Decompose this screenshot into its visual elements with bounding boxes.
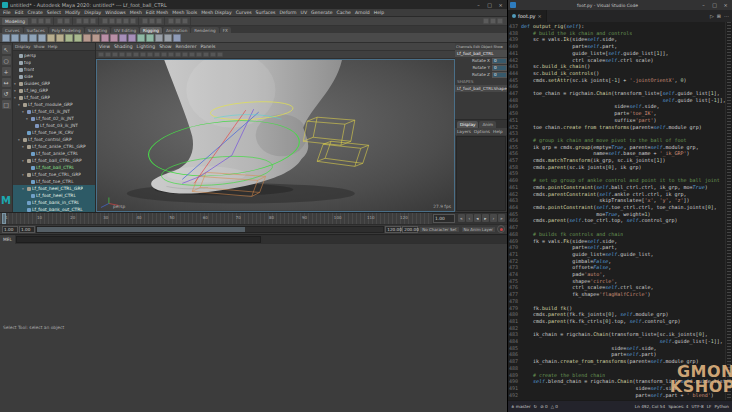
warnings-indicator[interactable]: △ 0 bbox=[551, 404, 558, 409]
outliner-item-lf-foot-ball-ctrl[interactable]: Lf_foot_ball_CTRL bbox=[13, 164, 95, 171]
gate-mask-icon[interactable] bbox=[161, 52, 167, 57]
menu-curves[interactable]: Curves bbox=[236, 10, 252, 15]
code-line[interactable]: 458 cmds.parent(sc.ik_joints[0], ik_grp) bbox=[508, 164, 725, 171]
select-tool-icon[interactable]: ↖ bbox=[2, 45, 11, 54]
outliner-item-lf-foot-ankle-ctrl-grp[interactable]: ▾Lf_foot_ankle_CTRL_GRP bbox=[13, 143, 95, 150]
viewport-menu-shading[interactable]: Shading bbox=[114, 44, 133, 49]
code-line[interactable]: 479 fk.build_fk() bbox=[508, 305, 725, 312]
code-line[interactable]: 485 side=self.side, bbox=[508, 345, 725, 352]
outliner-item-lf-foot-module-grp[interactable]: ▾Lf_foot_module_GRP bbox=[13, 101, 95, 108]
ipr-render-icon[interactable] bbox=[175, 18, 181, 24]
eol[interactable]: LF bbox=[707, 404, 712, 409]
layer-tab-display[interactable]: Display bbox=[457, 121, 478, 128]
wireframe-icon[interactable] bbox=[182, 52, 188, 57]
code-line[interactable]: 440 part=self.part, bbox=[508, 43, 725, 50]
code-line[interactable]: 441 guide_list=[self.guide_list[1]], bbox=[508, 50, 725, 57]
code-line[interactable]: 474 pad='auto', bbox=[508, 271, 725, 278]
code-line[interactable]: 447 toe_chain = rigchain.Chain(transform… bbox=[508, 90, 725, 97]
code-area[interactable]: 437def output_rig(self):438 # build the … bbox=[508, 22, 725, 400]
outliner-item-lf-foot-ball-ctrl-grp[interactable]: ▾Lf_foot_ball_CTRL_GRP bbox=[13, 157, 95, 164]
textured-icon[interactable] bbox=[196, 52, 202, 57]
new-scene-icon[interactable] bbox=[31, 18, 37, 24]
code-line[interactable]: 444 sc.build_ik_controls() bbox=[508, 70, 725, 77]
errors-indicator[interactable]: ⊘ 0 bbox=[540, 404, 548, 409]
bookmarks-icon[interactable] bbox=[119, 52, 125, 57]
vscode-maximize-icon[interactable]: □ bbox=[710, 2, 719, 8]
rotate-tool-icon[interactable]: ↺ bbox=[2, 89, 11, 98]
shadows-icon[interactable] bbox=[210, 52, 216, 57]
render-settings-icon[interactable] bbox=[182, 18, 188, 24]
expand-arrow-icon[interactable]: ▾ bbox=[22, 173, 26, 177]
viewport-menu-renderer[interactable]: Renderer bbox=[176, 44, 197, 49]
channelbox-shape-name[interactable]: Lf_foot_ball_CTRLShape bbox=[455, 85, 507, 92]
expand-arrow-icon[interactable]: ▾ bbox=[22, 110, 26, 114]
open-scene-icon[interactable] bbox=[38, 18, 44, 24]
code-line[interactable]: 461 cmds.pointConstraint(self.ball_ctrl.… bbox=[508, 184, 725, 191]
run-icon[interactable]: ▷ bbox=[710, 13, 714, 19]
undo-icon[interactable] bbox=[57, 18, 63, 24]
channelbox-menu-show[interactable]: Show bbox=[493, 45, 502, 49]
split-editor-icon[interactable]: ⊞ bbox=[717, 13, 721, 19]
code-line[interactable]: 442 ctrl_scale=self.ctrl_scale) bbox=[508, 57, 725, 64]
snap-grid-icon[interactable] bbox=[102, 18, 108, 24]
expand-arrow-icon[interactable]: ▾ bbox=[22, 187, 26, 191]
vscode-minimize-icon[interactable]: – bbox=[699, 2, 708, 8]
go-to-start-button[interactable]: « bbox=[458, 214, 465, 222]
channel-box-toggle-icon[interactable] bbox=[497, 18, 503, 24]
next-key-button[interactable]: › bbox=[490, 214, 497, 222]
code-line[interactable]: 462 cmds.parentConstraint(self.ankle_ctr… bbox=[508, 191, 725, 198]
measure-icon[interactable] bbox=[164, 34, 172, 42]
channelbox-node-name[interactable]: Lf_foot_ball_CTRL bbox=[455, 50, 507, 57]
locator-icon[interactable] bbox=[155, 34, 163, 42]
code-line[interactable]: 468 # builds fk controls and chain bbox=[508, 231, 725, 238]
smooth-shade-icon[interactable] bbox=[189, 52, 195, 57]
code-line[interactable]: 448 self.guide_list[-1]], bbox=[508, 97, 725, 104]
menu-help[interactable]: Help bbox=[374, 10, 384, 15]
code-line[interactable]: 481 cmds.parent(fk.fk_ctrls[0].top, self… bbox=[508, 318, 725, 325]
attribute-editor-toggle-icon[interactable] bbox=[483, 18, 489, 24]
scale-tool-icon[interactable]: □ bbox=[2, 100, 11, 109]
outliner-item-side[interactable]: side bbox=[13, 73, 95, 80]
menu-edit[interactable]: Edit bbox=[15, 10, 24, 15]
code-line[interactable]: 472 gimbal=False, bbox=[508, 258, 725, 265]
ao-icon[interactable] bbox=[217, 52, 223, 57]
make-live-icon[interactable] bbox=[130, 18, 136, 24]
outliner-menu-help[interactable]: Help bbox=[48, 44, 58, 49]
viewport-canvas[interactable]: persp 27.9 fps bbox=[96, 59, 455, 212]
menu-mesh[interactable]: Mesh bbox=[130, 10, 142, 15]
menu-uv[interactable]: UV bbox=[301, 10, 308, 15]
code-line[interactable]: 477 fk_shape='flagHalfCircle') bbox=[508, 291, 725, 298]
menu-deform[interactable]: Deform bbox=[280, 10, 297, 15]
viewport-menu-lighting[interactable]: Lighting bbox=[137, 44, 156, 49]
auto-key-toggle[interactable] bbox=[497, 225, 505, 233]
sync-icon[interactable]: ↻ bbox=[534, 404, 538, 409]
image-plane-icon[interactable] bbox=[126, 52, 132, 57]
code-line[interactable]: 463 skipTranslate=['x', 'y', 'z']) bbox=[508, 197, 725, 204]
layers-menu-options[interactable]: Options bbox=[474, 129, 490, 134]
code-line[interactable]: 455 ik_grp = cmds.group(empty=True, pare… bbox=[508, 144, 725, 151]
menu-create[interactable]: Create bbox=[28, 10, 43, 15]
outliner-menu-show[interactable]: Show bbox=[33, 44, 44, 49]
lattice-icon[interactable] bbox=[137, 34, 145, 42]
range-slider-handle[interactable] bbox=[37, 227, 245, 232]
render-current-frame-icon[interactable] bbox=[168, 18, 174, 24]
timeline-strip[interactable]: 1102030405060708090100110120 bbox=[0, 213, 432, 224]
code-line[interactable]: 454 # group ik chain and move pivot to t… bbox=[508, 137, 725, 144]
expand-arrow-icon[interactable]: ▾ bbox=[14, 82, 18, 86]
minimap[interactable] bbox=[725, 22, 732, 400]
move-tool-icon[interactable]: ↔ bbox=[2, 78, 11, 87]
cluster-icon[interactable] bbox=[128, 34, 136, 42]
menu-arnold[interactable]: Arnold bbox=[355, 10, 370, 15]
outliner-item-lf-foot-heel-ctrl[interactable]: Lf_foot_heel_CTRL bbox=[13, 192, 95, 199]
code-line[interactable]: 445 cmds.setAttr(sc.ik_joints[-1] + '.jo… bbox=[508, 77, 725, 84]
tool-settings-toggle-icon[interactable] bbox=[490, 18, 496, 24]
code-line[interactable]: 460 # set up group of ankle control and … bbox=[508, 177, 725, 184]
channelbox-menu-edit[interactable]: Edit bbox=[473, 45, 480, 49]
language-mode[interactable]: Python bbox=[714, 404, 729, 409]
no-character-set-dropdown[interactable]: No Character Set bbox=[419, 226, 459, 233]
outliner-item-lf-foot-toe-ctrl[interactable]: Lf_foot_toe_CTRL bbox=[13, 178, 95, 185]
no-anim-layer-dropdown[interactable]: No Anim Layer bbox=[461, 226, 496, 233]
code-line[interactable]: 486 part=self.part) bbox=[508, 351, 725, 358]
code-line[interactable]: 443 sc.build_ik_chain() bbox=[508, 63, 725, 70]
snap-curve-icon[interactable] bbox=[109, 18, 115, 24]
